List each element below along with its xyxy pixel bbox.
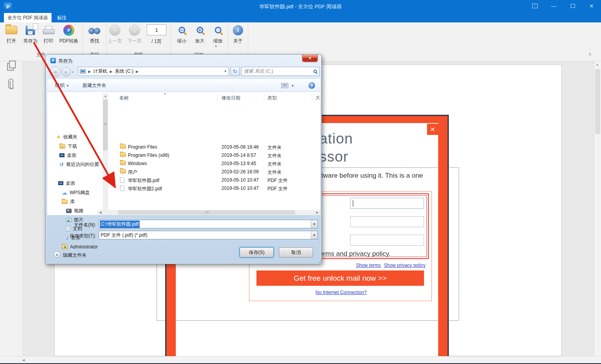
chevron-down-icon[interactable]: ▼ (291, 84, 294, 88)
chevron-right-icon: ▶ (136, 70, 138, 74)
popup-frame (438, 123, 448, 356)
column-separator[interactable] (312, 94, 312, 101)
breadcrumb[interactable]: ▶ 计算机 ▶ 系统 (C:) ▶ ▼ (78, 67, 229, 76)
attachment-panel-icon[interactable] (8, 79, 13, 89)
filename-input[interactable]: C:\华军软件园.pdf ▼ (99, 220, 318, 228)
column-header-size[interactable]: 大 (315, 95, 320, 101)
column-header-type[interactable]: 类型 (267, 95, 277, 101)
nav-item-administrator[interactable]: Administrator (62, 244, 98, 250)
column-header-date[interactable]: 修改日期 (221, 95, 240, 101)
folder-icon (120, 144, 126, 149)
folder-icon (120, 153, 126, 157)
nav-item-libraries[interactable]: 库 (62, 199, 75, 205)
organize-menu[interactable]: 组织▼ (55, 82, 69, 89)
save-type-select[interactable]: PDF 文件 (.pdf) (*.pdf) ▼ (99, 231, 318, 239)
nav-item-desktop-root[interactable]: 桌面 (58, 180, 75, 186)
file-row[interactable]: 华军软件园2.pdf 2019-05-10 10:47 PDF 文件 (110, 184, 319, 193)
nav-item-desktop[interactable]: 桌面 (59, 152, 76, 158)
tab-annotate[interactable]: 标注 (52, 13, 71, 22)
recent-places-icon: ↺ (59, 162, 64, 167)
file-row[interactable]: 用户 2019-02-26 16:09 文件夹 (110, 168, 319, 176)
next-page-button[interactable]: ↓ 下一页 (123, 24, 146, 44)
breadcrumb-computer[interactable]: 计算机 (93, 68, 107, 75)
search-input[interactable]: 搜索 系统 (C:) (241, 67, 320, 76)
user-folder-icon (62, 245, 68, 249)
printer-icon (43, 26, 54, 35)
file-row[interactable]: Program Files 2019-05-08 18:46 文件夹 (110, 143, 319, 151)
scroll-left-icon[interactable]: ◀ (99, 211, 101, 214)
folder-icon (120, 169, 126, 173)
about-button[interactable]: i 关于 (227, 24, 249, 44)
fullscreen-icon (532, 4, 538, 8)
vertical-scroll-thumb[interactable] (595, 69, 600, 134)
fullscreen-button[interactable] (527, 0, 543, 12)
star-icon: ★ (56, 134, 61, 140)
save-type-value: PDF 文件 (.pdf) (*.pdf) (99, 232, 147, 239)
ribbon-separator (248, 24, 248, 59)
hide-folders-icon[interactable]: ▲ (53, 251, 60, 258)
search-icon (313, 70, 317, 73)
maximize-button[interactable] (565, 0, 581, 12)
page-number-input[interactable] (147, 24, 166, 35)
nav-scroll-thumb[interactable] (103, 99, 108, 151)
popup-frame (448, 115, 449, 356)
nav-item-videos[interactable]: 视频 (66, 208, 83, 214)
filename-value: C:\华军软件园.pdf (100, 221, 140, 228)
column-separator[interactable] (218, 94, 218, 101)
horizontal-scrollbar[interactable]: ◀ (0, 356, 601, 363)
chevron-down-icon[interactable]: ▼ (311, 220, 317, 228)
info-icon: i (233, 25, 243, 35)
nav-pane-scrollbar[interactable]: ▲ ▼ (103, 93, 108, 214)
scroll-grip (104, 123, 107, 123)
nav-item-downloads[interactable]: 下载 (59, 143, 77, 149)
history-dropdown-icon[interactable]: ▾ (72, 70, 74, 74)
desktop-icon (59, 153, 65, 157)
column-separator[interactable] (264, 94, 264, 101)
breadcrumb-drive-c[interactable]: 系统 (C:) (115, 68, 133, 75)
maximize-icon (571, 4, 575, 8)
scroll-left-icon[interactable]: ◀ (22, 358, 25, 362)
scroll-right-icon[interactable]: ▶ (316, 211, 319, 214)
zoom-dropdown-button[interactable]: 缩放 (206, 24, 229, 44)
address-dropdown-icon[interactable]: ▼ (224, 70, 227, 73)
forward-button[interactable]: ► (61, 67, 71, 77)
scroll-up-icon[interactable]: ▲ (104, 94, 107, 98)
file-row[interactable]: Windows 2019-05-13 9:45 文件夹 (110, 160, 319, 168)
dialog-title: 另存为 (58, 58, 72, 64)
list-horizontal-scrollbar[interactable]: ◀ ▶ (98, 210, 320, 215)
tab-main[interactable]: 全方位 PDF 阅读器 (4, 13, 52, 22)
refresh-button[interactable]: ↻ (230, 67, 240, 76)
chevron-right-icon: ▶ (110, 70, 112, 74)
help-icon[interactable]: ? (308, 82, 315, 89)
nav-item-wps-cloud[interactable]: ☁WPS网盘 (62, 189, 90, 196)
file-row[interactable]: Program Files (x86) 2019-05-14 8:57 文件夹 (110, 151, 319, 160)
pdf-convert-button[interactable]: PDF转换 (57, 24, 81, 44)
dialog-close-button[interactable]: ✕ (302, 55, 318, 62)
nav-item-recent-places[interactable]: ↺最近访问的位置 (59, 161, 99, 167)
minimize-button[interactable]: — (546, 0, 562, 12)
cancel-button[interactable]: 取消 (279, 247, 313, 257)
zoom-out-icon: − (179, 27, 185, 33)
resize-grip[interactable] (318, 260, 321, 263)
pdf-file-icon (120, 177, 124, 183)
collapse-ribbon-icon[interactable]: ∧ (588, 51, 592, 57)
dialog-command-bar: 组织▼ 新建文件夹 ▼ ? (47, 79, 320, 92)
file-row[interactable]: 华军软件园.pdf 2019-05-10 10:47 PDF 文件 (110, 176, 319, 184)
hide-folders-button[interactable]: 隐藏文件夹 (63, 252, 87, 259)
scroll-up-icon[interactable]: ▲ (596, 63, 599, 66)
vertical-scrollbar[interactable]: ▲ (594, 61, 601, 356)
list-scroll-thumb[interactable] (118, 210, 295, 215)
back-button[interactable]: ◄ (50, 66, 61, 77)
new-folder-button[interactable]: 新建文件夹 (83, 82, 106, 89)
nav-item-favorites[interactable]: ★收藏夹 (56, 134, 77, 140)
find-button[interactable]: 查找 (83, 24, 106, 44)
library-folder-icon (62, 200, 68, 204)
chevron-down-icon: ▾ (215, 44, 217, 48)
column-header-name[interactable]: 名称 (119, 95, 129, 101)
views-icon[interactable] (281, 83, 288, 88)
ribbon-tab-bar (0, 13, 601, 22)
save-button[interactable]: 保存(S) (240, 247, 274, 257)
close-button[interactable]: ✕ (584, 0, 599, 12)
thumbnails-panel-icon[interactable] (7, 63, 14, 71)
chevron-down-icon[interactable]: ▼ (311, 231, 317, 239)
